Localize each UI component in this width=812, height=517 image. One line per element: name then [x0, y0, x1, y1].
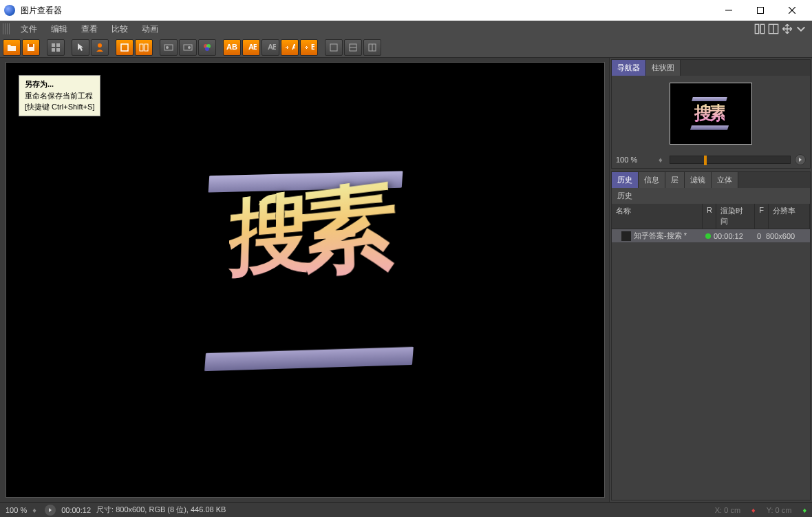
- cursor-button[interactable]: [72, 39, 89, 56]
- status-coord-x: X: 0 cm: [709, 506, 746, 514]
- filter-1-button[interactable]: [325, 39, 343, 56]
- history-frame: 0: [752, 232, 766, 240]
- svg-text:B: B: [273, 43, 276, 51]
- window-controls: [713, 0, 808, 21]
- layout-icon-2[interactable]: [768, 23, 779, 34]
- history-res: 800x600: [766, 232, 807, 240]
- viewport-wrap: 另存为... 重命名保存当前工程 [快捷键 Ctrl+Shift+S] 搜素: [0, 58, 609, 502]
- tab-navigator[interactable]: 导航器: [612, 60, 646, 76]
- col-res[interactable]: 分辨率: [769, 204, 810, 229]
- svg-rect-1: [758, 8, 764, 14]
- status-play-button[interactable]: [45, 505, 56, 516]
- history-columns: 名称 R 渲染时间 F 分辨率: [612, 204, 810, 229]
- grid-button[interactable]: [47, 39, 65, 56]
- svg-rect-17: [145, 44, 148, 51]
- history-section-label: 历史: [612, 188, 810, 204]
- user-button[interactable]: [91, 39, 109, 56]
- svg-point-14: [98, 43, 102, 48]
- tooltip-shortcut: [快捷键 Ctrl+Shift+S]: [25, 101, 94, 113]
- filter-2-button[interactable]: [344, 39, 362, 56]
- save-button[interactable]: [22, 39, 40, 56]
- main-area: 另存为... 重命名保存当前工程 [快捷键 Ctrl+Shift+S] 搜素 导…: [0, 58, 812, 502]
- ab-swap-button[interactable]: AB: [242, 39, 260, 56]
- layout-icon-1[interactable]: [754, 23, 765, 34]
- tooltip-title: 另存为...: [25, 78, 94, 90]
- history-time: 00:00:12: [714, 232, 752, 240]
- nav-zoom-value[interactable]: 100 %: [616, 156, 654, 164]
- svg-point-21: [188, 46, 191, 49]
- svg-rect-32: [330, 44, 337, 51]
- history-panel: 历史 信息 层 滤镜 立体 历史 名称 R 渲染时间 F 分辨率 知乎答案-搜索…: [611, 171, 811, 500]
- svg-point-24: [205, 47, 209, 51]
- menubar-grip-icon: [3, 23, 11, 34]
- channel-g-button[interactable]: [179, 39, 197, 56]
- nav-zoom-slider[interactable]: [670, 156, 791, 164]
- tab-info[interactable]: 信息: [639, 172, 665, 188]
- split-view-button[interactable]: [135, 39, 153, 56]
- open-button[interactable]: [3, 39, 21, 56]
- menu-view[interactable]: 查看: [74, 21, 105, 37]
- svg-text:B: B: [311, 43, 314, 51]
- channel-rgb-button[interactable]: [198, 39, 216, 56]
- nav-zoom-play-button[interactable]: [795, 154, 806, 165]
- col-r[interactable]: R: [703, 204, 716, 229]
- status-info: 尺寸: 800x600, RGB (8 位), 446.08 KB: [96, 505, 226, 515]
- svg-text:B: B: [253, 43, 257, 51]
- tab-layer[interactable]: 层: [665, 172, 685, 188]
- filter-3-button[interactable]: [363, 39, 381, 56]
- navigator-panel: 导航器 柱状图 搜素 100 % ♦: [611, 59, 811, 169]
- status-zoom[interactable]: 100 %: [6, 506, 27, 514]
- ab-compare-button[interactable]: AB: [223, 39, 241, 56]
- tab-stereo[interactable]: 立体: [712, 172, 738, 188]
- svg-rect-15: [121, 44, 128, 51]
- status-coord-y: Y: 0 cm: [761, 506, 798, 514]
- bottom-slab-shape: [204, 346, 414, 370]
- menu-animation[interactable]: 动画: [135, 21, 165, 37]
- set-a-button[interactable]: A: [281, 39, 299, 56]
- tab-histogram[interactable]: 柱状图: [646, 60, 681, 76]
- sidepanel: 导航器 柱状图 搜素 100 % ♦ 历史 信息 层: [609, 58, 812, 502]
- status-zoom-spinner-icon[interactable]: ♦: [32, 506, 39, 514]
- menu-edit[interactable]: 编辑: [44, 21, 74, 37]
- move-icon[interactable]: [782, 23, 793, 34]
- history-thumb-icon: [621, 231, 631, 241]
- history-name: 知乎答案-搜索 *: [634, 231, 703, 241]
- col-time[interactable]: 渲染时间: [716, 204, 755, 229]
- svg-rect-13: [56, 48, 60, 52]
- render-text: 搜素: [225, 176, 404, 350]
- render-viewport[interactable]: 另存为... 重命名保存当前工程 [快捷键 Ctrl+Shift+S] 搜素: [6, 62, 605, 498]
- svg-rect-16: [140, 44, 143, 51]
- tab-history[interactable]: 历史: [612, 172, 639, 188]
- toolbar: AB AB AB A B: [0, 37, 812, 58]
- menu-file[interactable]: 文件: [14, 21, 44, 37]
- svg-rect-9: [29, 44, 33, 47]
- collapse-icon[interactable]: [795, 23, 806, 34]
- titlebar: 图片查看器: [0, 0, 812, 21]
- svg-point-19: [166, 46, 169, 49]
- svg-rect-10: [52, 43, 55, 47]
- tab-filter[interactable]: 滤镜: [685, 172, 712, 188]
- col-f[interactable]: F: [755, 204, 769, 229]
- tooltip-desc: 重命名保存当前工程: [25, 90, 94, 102]
- status-dot-icon: [705, 233, 711, 239]
- svg-rect-4: [755, 24, 758, 33]
- render-preview: 搜素: [168, 144, 443, 392]
- zoom-spinner-icon[interactable]: ♦: [659, 156, 665, 164]
- app-icon: [4, 5, 15, 16]
- channel-r-button[interactable]: [160, 39, 178, 56]
- minimize-button[interactable]: [713, 0, 745, 21]
- svg-text:A: A: [292, 43, 295, 51]
- history-row[interactable]: 知乎答案-搜索 * 00:00:12 0 800x600: [612, 229, 810, 242]
- svg-rect-5: [760, 24, 764, 33]
- set-b-button[interactable]: B: [300, 39, 318, 56]
- menubar: 文件 编辑 查看 比较 动画: [0, 21, 812, 37]
- save-as-tooltip: 另存为... 重命名保存当前工程 [快捷键 Ctrl+Shift+S]: [19, 75, 100, 116]
- ab-mode-button[interactable]: AB: [261, 39, 279, 56]
- maximize-button[interactable]: [745, 0, 776, 21]
- close-button[interactable]: [776, 0, 808, 21]
- col-name[interactable]: 名称: [612, 204, 703, 229]
- single-view-button[interactable]: [116, 39, 133, 56]
- svg-rect-11: [56, 43, 60, 47]
- navigator-thumbnail[interactable]: 搜素: [670, 83, 752, 145]
- menu-compare[interactable]: 比较: [105, 21, 135, 37]
